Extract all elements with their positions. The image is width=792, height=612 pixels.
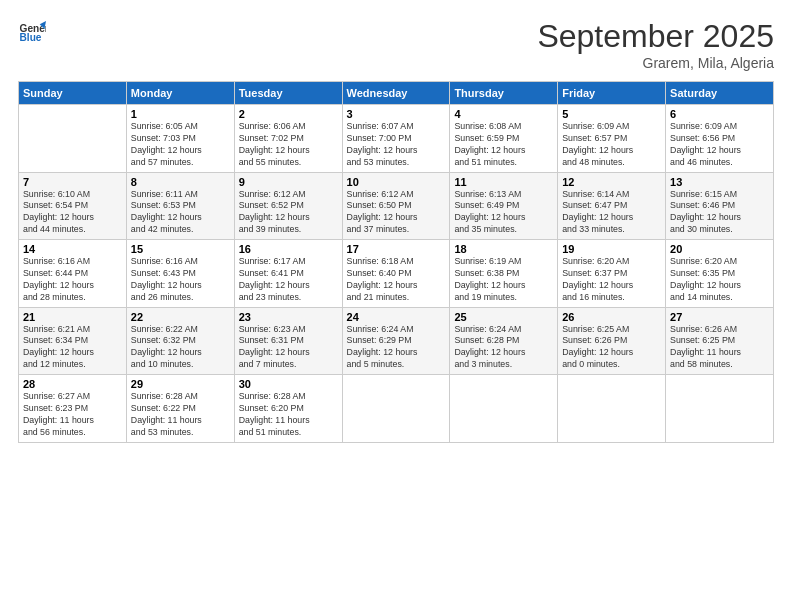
day-number: 10 xyxy=(347,176,446,188)
table-row: 15Sunrise: 6:16 AMSunset: 6:43 PMDayligh… xyxy=(126,240,234,308)
day-number: 16 xyxy=(239,243,338,255)
day-info: Sunrise: 6:08 AMSunset: 6:59 PMDaylight:… xyxy=(454,121,553,169)
day-number: 18 xyxy=(454,243,553,255)
day-info: Sunrise: 6:26 AMSunset: 6:25 PMDaylight:… xyxy=(670,324,769,372)
day-number: 26 xyxy=(562,311,661,323)
day-info: Sunrise: 6:15 AMSunset: 6:46 PMDaylight:… xyxy=(670,189,769,237)
table-row: 7Sunrise: 6:10 AMSunset: 6:54 PMDaylight… xyxy=(19,172,127,240)
day-number: 11 xyxy=(454,176,553,188)
day-number: 30 xyxy=(239,378,338,390)
day-number: 23 xyxy=(239,311,338,323)
table-row: 9Sunrise: 6:12 AMSunset: 6:52 PMDaylight… xyxy=(234,172,342,240)
day-info: Sunrise: 6:20 AMSunset: 6:35 PMDaylight:… xyxy=(670,256,769,304)
col-thursday: Thursday xyxy=(450,82,558,105)
day-info: Sunrise: 6:07 AMSunset: 7:00 PMDaylight:… xyxy=(347,121,446,169)
day-info: Sunrise: 6:11 AMSunset: 6:53 PMDaylight:… xyxy=(131,189,230,237)
calendar-week-row: 28Sunrise: 6:27 AMSunset: 6:23 PMDayligh… xyxy=(19,375,774,443)
table-row: 3Sunrise: 6:07 AMSunset: 7:00 PMDaylight… xyxy=(342,105,450,173)
day-info: Sunrise: 6:06 AMSunset: 7:02 PMDaylight:… xyxy=(239,121,338,169)
table-row xyxy=(342,375,450,443)
calendar-table: Sunday Monday Tuesday Wednesday Thursday… xyxy=(18,81,774,443)
day-number: 22 xyxy=(131,311,230,323)
table-row: 8Sunrise: 6:11 AMSunset: 6:53 PMDaylight… xyxy=(126,172,234,240)
table-row: 29Sunrise: 6:28 AMSunset: 6:22 PMDayligh… xyxy=(126,375,234,443)
table-row: 16Sunrise: 6:17 AMSunset: 6:41 PMDayligh… xyxy=(234,240,342,308)
table-row: 13Sunrise: 6:15 AMSunset: 6:46 PMDayligh… xyxy=(666,172,774,240)
table-row: 19Sunrise: 6:20 AMSunset: 6:37 PMDayligh… xyxy=(558,240,666,308)
table-row: 24Sunrise: 6:24 AMSunset: 6:29 PMDayligh… xyxy=(342,307,450,375)
table-row: 27Sunrise: 6:26 AMSunset: 6:25 PMDayligh… xyxy=(666,307,774,375)
day-number: 29 xyxy=(131,378,230,390)
day-info: Sunrise: 6:05 AMSunset: 7:03 PMDaylight:… xyxy=(131,121,230,169)
table-row: 1Sunrise: 6:05 AMSunset: 7:03 PMDaylight… xyxy=(126,105,234,173)
month-title: September 2025 xyxy=(537,18,774,55)
table-row: 14Sunrise: 6:16 AMSunset: 6:44 PMDayligh… xyxy=(19,240,127,308)
day-number: 28 xyxy=(23,378,122,390)
day-info: Sunrise: 6:28 AMSunset: 6:20 PMDaylight:… xyxy=(239,391,338,439)
day-info: Sunrise: 6:19 AMSunset: 6:38 PMDaylight:… xyxy=(454,256,553,304)
day-info: Sunrise: 6:17 AMSunset: 6:41 PMDaylight:… xyxy=(239,256,338,304)
day-info: Sunrise: 6:23 AMSunset: 6:31 PMDaylight:… xyxy=(239,324,338,372)
day-number: 9 xyxy=(239,176,338,188)
col-wednesday: Wednesday xyxy=(342,82,450,105)
day-number: 15 xyxy=(131,243,230,255)
table-row: 20Sunrise: 6:20 AMSunset: 6:35 PMDayligh… xyxy=(666,240,774,308)
table-row: 21Sunrise: 6:21 AMSunset: 6:34 PMDayligh… xyxy=(19,307,127,375)
day-number: 25 xyxy=(454,311,553,323)
col-friday: Friday xyxy=(558,82,666,105)
calendar-week-row: 14Sunrise: 6:16 AMSunset: 6:44 PMDayligh… xyxy=(19,240,774,308)
table-row: 2Sunrise: 6:06 AMSunset: 7:02 PMDaylight… xyxy=(234,105,342,173)
day-info: Sunrise: 6:18 AMSunset: 6:40 PMDaylight:… xyxy=(347,256,446,304)
day-info: Sunrise: 6:12 AMSunset: 6:50 PMDaylight:… xyxy=(347,189,446,237)
day-info: Sunrise: 6:09 AMSunset: 6:56 PMDaylight:… xyxy=(670,121,769,169)
table-row: 4Sunrise: 6:08 AMSunset: 6:59 PMDaylight… xyxy=(450,105,558,173)
day-info: Sunrise: 6:16 AMSunset: 6:43 PMDaylight:… xyxy=(131,256,230,304)
day-info: Sunrise: 6:10 AMSunset: 6:54 PMDaylight:… xyxy=(23,189,122,237)
svg-text:Blue: Blue xyxy=(20,32,42,43)
table-row xyxy=(558,375,666,443)
day-number: 20 xyxy=(670,243,769,255)
day-number: 4 xyxy=(454,108,553,120)
calendar-week-row: 21Sunrise: 6:21 AMSunset: 6:34 PMDayligh… xyxy=(19,307,774,375)
calendar-header-row: Sunday Monday Tuesday Wednesday Thursday… xyxy=(19,82,774,105)
table-row: 17Sunrise: 6:18 AMSunset: 6:40 PMDayligh… xyxy=(342,240,450,308)
calendar-week-row: 1Sunrise: 6:05 AMSunset: 7:03 PMDaylight… xyxy=(19,105,774,173)
logo: General Blue xyxy=(18,18,46,46)
day-info: Sunrise: 6:27 AMSunset: 6:23 PMDaylight:… xyxy=(23,391,122,439)
day-info: Sunrise: 6:16 AMSunset: 6:44 PMDaylight:… xyxy=(23,256,122,304)
day-number: 6 xyxy=(670,108,769,120)
calendar-week-row: 7Sunrise: 6:10 AMSunset: 6:54 PMDaylight… xyxy=(19,172,774,240)
day-number: 13 xyxy=(670,176,769,188)
day-number: 12 xyxy=(562,176,661,188)
day-info: Sunrise: 6:13 AMSunset: 6:49 PMDaylight:… xyxy=(454,189,553,237)
table-row xyxy=(450,375,558,443)
day-info: Sunrise: 6:12 AMSunset: 6:52 PMDaylight:… xyxy=(239,189,338,237)
table-row: 28Sunrise: 6:27 AMSunset: 6:23 PMDayligh… xyxy=(19,375,127,443)
day-number: 27 xyxy=(670,311,769,323)
day-info: Sunrise: 6:25 AMSunset: 6:26 PMDaylight:… xyxy=(562,324,661,372)
title-block: September 2025 Grarem, Mila, Algeria xyxy=(537,18,774,71)
day-number: 7 xyxy=(23,176,122,188)
table-row: 22Sunrise: 6:22 AMSunset: 6:32 PMDayligh… xyxy=(126,307,234,375)
table-row: 30Sunrise: 6:28 AMSunset: 6:20 PMDayligh… xyxy=(234,375,342,443)
day-number: 2 xyxy=(239,108,338,120)
table-row: 11Sunrise: 6:13 AMSunset: 6:49 PMDayligh… xyxy=(450,172,558,240)
day-number: 14 xyxy=(23,243,122,255)
day-info: Sunrise: 6:21 AMSunset: 6:34 PMDaylight:… xyxy=(23,324,122,372)
table-row: 6Sunrise: 6:09 AMSunset: 6:56 PMDaylight… xyxy=(666,105,774,173)
col-sunday: Sunday xyxy=(19,82,127,105)
col-tuesday: Tuesday xyxy=(234,82,342,105)
table-row: 26Sunrise: 6:25 AMSunset: 6:26 PMDayligh… xyxy=(558,307,666,375)
page-header: General Blue September 2025 Grarem, Mila… xyxy=(18,18,774,71)
day-info: Sunrise: 6:09 AMSunset: 6:57 PMDaylight:… xyxy=(562,121,661,169)
day-info: Sunrise: 6:24 AMSunset: 6:29 PMDaylight:… xyxy=(347,324,446,372)
day-number: 1 xyxy=(131,108,230,120)
day-number: 24 xyxy=(347,311,446,323)
day-info: Sunrise: 6:20 AMSunset: 6:37 PMDaylight:… xyxy=(562,256,661,304)
col-monday: Monday xyxy=(126,82,234,105)
day-number: 17 xyxy=(347,243,446,255)
day-info: Sunrise: 6:22 AMSunset: 6:32 PMDaylight:… xyxy=(131,324,230,372)
day-number: 21 xyxy=(23,311,122,323)
table-row: 12Sunrise: 6:14 AMSunset: 6:47 PMDayligh… xyxy=(558,172,666,240)
day-number: 3 xyxy=(347,108,446,120)
